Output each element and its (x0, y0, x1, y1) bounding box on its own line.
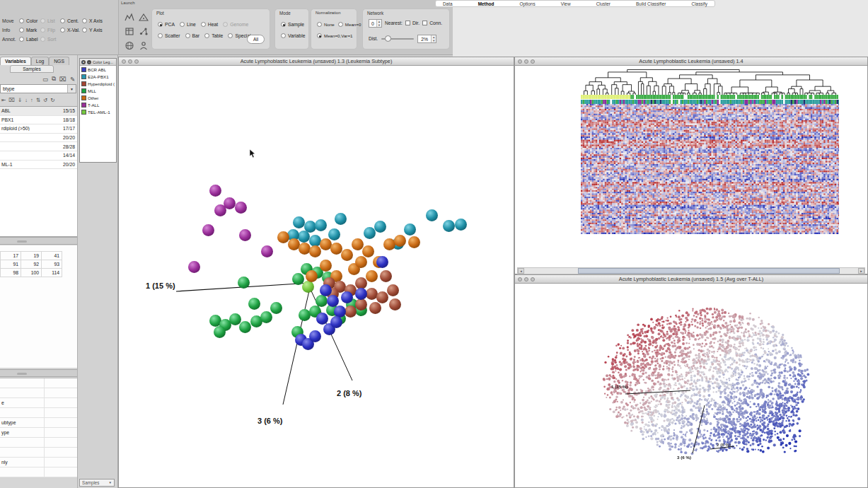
heatmap-window-titlebar[interactable]: Acute Lymphoblastic Leukemia (unsaved) 1… (515, 57, 867, 66)
menu-item-method[interactable]: Method (478, 1, 494, 6)
menu-item-data[interactable]: Data (443, 1, 453, 6)
scroll-left-icon[interactable]: ◂ (518, 268, 524, 274)
radio-color[interactable]: Color (19, 18, 40, 23)
close-icon[interactable] (122, 59, 126, 64)
delete-icon[interactable]: ⌧ (59, 76, 66, 83)
pca-window-titlebar[interactable]: Acute Lymphoblastic Leukemia (unsaved) 1… (119, 57, 514, 66)
close-icon[interactable] (518, 59, 522, 64)
menu-item-cluster[interactable]: Cluster (596, 1, 611, 6)
radio-table[interactable]: Table (204, 33, 223, 38)
slider-thumb-icon[interactable] (385, 35, 391, 42)
radio-cent[interactable]: Cent. (60, 18, 82, 23)
down-icon[interactable]: ↓ (25, 97, 28, 103)
radio-mean0[interactable]: Mean=0 (338, 22, 361, 27)
undo-icon[interactable]: ↺ (43, 97, 47, 103)
subtype-row[interactable]: 20/20 (0, 134, 77, 143)
legend-item[interactable]: Other (80, 94, 116, 101)
avg-window-titlebar[interactable]: Acute Lymphoblastic Leukemia (unsaved) 1… (515, 275, 867, 284)
minimize-icon[interactable] (524, 277, 528, 281)
dir-checkbox[interactable]: Dir. (405, 21, 419, 25)
legend-item[interactable]: MLL (80, 87, 116, 94)
chevron-down-icon[interactable]: ▼ (67, 85, 76, 93)
triangle-alert-icon[interactable] (137, 11, 149, 23)
annotation-row[interactable] (0, 438, 77, 448)
remove-icon[interactable]: ⌧ (8, 97, 15, 103)
annotation-row[interactable]: e (0, 398, 77, 408)
legend-minimize-icon[interactable]: – (87, 60, 91, 64)
menu-item-classify[interactable]: Classify (692, 1, 707, 6)
radio-mean0var1[interactable]: Mean=0,Var=1 (317, 33, 352, 38)
subtype-row[interactable]: 14/14 (0, 151, 77, 161)
menu-item-options[interactable]: Options (520, 1, 536, 6)
nearest-spinner[interactable]: 0 ▲▼ (369, 19, 382, 28)
radio-pca[interactable]: PCA (158, 22, 175, 27)
radio-bar[interactable]: Bar (185, 33, 200, 38)
annotation-row[interactable]: ubtype (0, 418, 77, 428)
radio-heat[interactable]: Heat (201, 22, 218, 27)
legend-item[interactable]: Hyperdiploid ( (80, 80, 116, 87)
globe-icon[interactable] (123, 40, 135, 52)
legend-item[interactable]: BCR ABL (80, 66, 116, 73)
spinner-arrows-icon[interactable]: ▲▼ (431, 35, 436, 42)
plot-all-button[interactable]: All (247, 35, 265, 44)
legend-item[interactable]: E2A-PBX1 (80, 73, 116, 80)
radio-line[interactable]: Line (180, 22, 196, 27)
peaks-chart-icon[interactable] (123, 11, 135, 23)
zoom-icon[interactable] (134, 59, 139, 64)
annotation-row[interactable] (0, 448, 77, 458)
radio-variable[interactable]: Variable (281, 33, 305, 38)
annotation-dropdown[interactable]: btype ▼ (0, 84, 76, 93)
scrollbar-thumb[interactable] (578, 268, 840, 274)
zoom-icon[interactable] (531, 277, 535, 281)
legend-item[interactable]: TEL-AML-1 (80, 108, 116, 115)
radio-sample[interactable]: Sample (281, 22, 304, 27)
zoom-icon[interactable] (531, 59, 535, 64)
legend-item[interactable]: T-ALL (80, 101, 116, 108)
annotation-row[interactable] (0, 378, 77, 388)
radio-xaxis[interactable]: X Axis (82, 18, 108, 23)
annotation-row[interactable] (0, 388, 77, 398)
subtype-row[interactable]: ABL15/15 (0, 107, 77, 116)
splitter-handle[interactable] (0, 237, 77, 245)
minimize-icon[interactable] (128, 59, 132, 64)
radio-xval[interactable]: X-Val. (60, 28, 82, 33)
subtype-row[interactable]: PBX118/18 (0, 116, 77, 125)
spinner-arrows-icon[interactable]: ▲▼ (376, 20, 381, 27)
redo-icon[interactable]: ↻ (50, 97, 54, 103)
radio-scatter[interactable]: Scatter (158, 33, 180, 38)
close-icon[interactable] (518, 277, 522, 281)
grid-table-icon[interactable] (123, 25, 135, 37)
up-icon[interactable]: ↑ (30, 97, 33, 103)
subtype-row[interactable]: 28/28 (0, 142, 77, 151)
annotation-row[interactable]: nly (0, 458, 77, 467)
radio-mark[interactable]: Mark (19, 28, 40, 33)
subtype-row[interactable]: ML-120/20 (0, 161, 77, 170)
subtype-row[interactable]: rdiploid (>50)17/17 (0, 124, 77, 134)
conn-checkbox[interactable]: Conn. (422, 21, 442, 25)
annotation-row[interactable]: ype (0, 428, 77, 438)
legend-close-icon[interactable]: ● (81, 60, 86, 64)
dist-value-field[interactable]: 2% ▲▼ (417, 35, 436, 43)
move-bottom-icon[interactable]: ⇓ (18, 97, 22, 103)
tab-variables[interactable]: Variables (0, 57, 31, 65)
samples-dropdown[interactable]: Samples ▼ (79, 479, 115, 487)
person-icon[interactable] (137, 40, 149, 52)
duplicate-icon[interactable]: ⧉ (52, 75, 56, 83)
tab-log[interactable]: Log (31, 57, 49, 65)
new-set-icon[interactable]: ▭ (42, 76, 48, 83)
scroll-right-icon[interactable]: ▸ (858, 268, 864, 274)
splitter-handle[interactable] (0, 369, 77, 377)
menu-item-build-classifier[interactable]: Build Classifier (636, 1, 666, 6)
radio-label[interactable]: Label (19, 37, 40, 42)
sort-icon[interactable]: ⇅ (36, 97, 40, 103)
annotation-row[interactable] (0, 408, 77, 418)
minimize-icon[interactable] (524, 59, 528, 64)
molecule-network-icon[interactable] (137, 25, 149, 37)
dist-slider[interactable] (381, 36, 414, 42)
tab-ngs[interactable]: NGS (49, 57, 69, 65)
menu-item-view[interactable]: View (561, 1, 571, 6)
radio-yaxis[interactable]: Y Axis (82, 28, 108, 33)
annotation-row[interactable] (0, 467, 77, 477)
avg-3d-plot[interactable] (598, 296, 818, 477)
tab-samples[interactable]: Samples (10, 65, 54, 73)
